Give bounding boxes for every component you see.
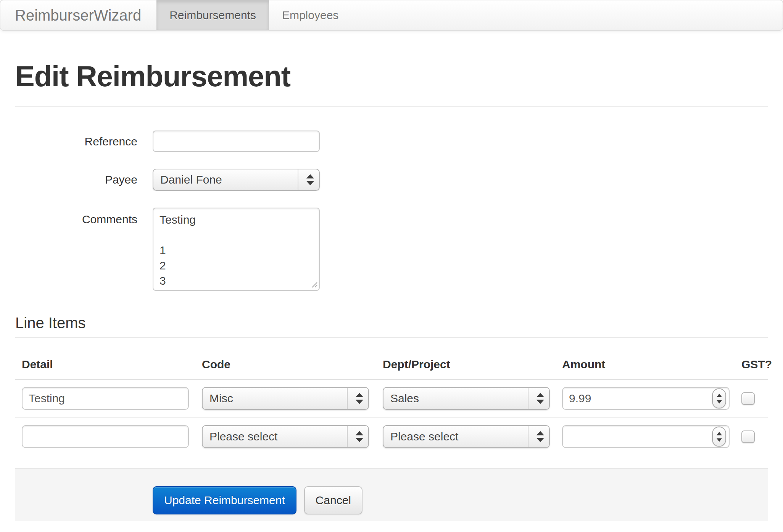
col-header-dept: Dept/Project	[376, 338, 556, 380]
update-reimbursement-button[interactable]: Update Reimbursement	[153, 486, 296, 514]
comments-group: Comments Testing 1 2 3	[15, 208, 768, 291]
line-items-table: Detail Code Dept/Project Amount GST? Mis…	[15, 338, 768, 456]
col-header-detail: Detail	[15, 338, 195, 380]
main-container: Edit Reimbursement Reference Payee Danie…	[15, 61, 768, 521]
cancel-button[interactable]: Cancel	[304, 486, 362, 514]
reimbursement-form: Reference Payee Daniel Fone Comments Tes	[15, 131, 768, 291]
col-header-gst: GST?	[735, 338, 768, 380]
select-arrows-icon	[356, 393, 363, 404]
gst-checkbox-row2[interactable]	[741, 430, 755, 443]
code-select-row1[interactable]: Misc	[202, 387, 369, 410]
line-item-row: Misc Sales	[15, 380, 768, 418]
dept-select-row2[interactable]: Please select	[383, 425, 550, 448]
number-spinner-icon[interactable]	[712, 427, 726, 447]
comments-textarea[interactable]: Testing 1 2 3	[153, 208, 320, 291]
payee-selected-value: Daniel Fone	[160, 173, 222, 186]
table-header-row: Detail Code Dept/Project Amount GST?	[15, 338, 768, 380]
line-items-heading: Line Items	[15, 314, 768, 338]
code-selected-row1: Misc	[209, 392, 233, 405]
reference-group: Reference	[15, 131, 768, 152]
form-actions-well: Update Reimbursement Cancel	[15, 468, 768, 521]
resize-grip-icon[interactable]	[311, 281, 317, 288]
comments-label: Comments	[15, 208, 137, 226]
payee-label: Payee	[15, 169, 137, 186]
nav-tab-employees[interactable]: Employees	[269, 0, 351, 30]
detail-input-row1[interactable]	[22, 387, 189, 410]
dept-select-row1[interactable]: Sales	[383, 387, 550, 410]
gst-checkbox-row1[interactable]	[741, 392, 755, 405]
col-header-code: Code	[195, 338, 376, 380]
page-title: Edit Reimbursement	[15, 61, 768, 92]
nav-tab-reimbursements[interactable]: Reimbursements	[156, 0, 269, 30]
page-header: Edit Reimbursement	[15, 61, 768, 107]
amount-input-row1[interactable]	[562, 387, 730, 410]
number-spinner-icon[interactable]	[712, 389, 726, 409]
col-header-amount: Amount	[556, 338, 735, 380]
dept-selected-row2: Please select	[390, 430, 458, 443]
code-select-row2[interactable]: Please select	[202, 425, 369, 448]
payee-select[interactable]: Daniel Fone	[153, 169, 320, 191]
select-arrows-icon	[536, 393, 544, 404]
line-item-row: Please select Please select	[15, 418, 768, 456]
payee-group: Payee Daniel Fone	[15, 169, 768, 191]
app-brand[interactable]: ReimburserWizard	[0, 0, 156, 30]
reference-input[interactable]	[153, 131, 320, 152]
select-arrows-icon	[356, 431, 363, 442]
code-selected-row2: Please select	[209, 430, 277, 443]
amount-input-row2[interactable]	[562, 425, 730, 448]
select-arrows-icon	[306, 174, 314, 185]
select-arrows-icon	[536, 431, 544, 442]
reference-label: Reference	[15, 131, 137, 148]
detail-input-row2[interactable]	[22, 425, 189, 448]
dept-selected-row1: Sales	[390, 392, 419, 405]
navbar: ReimburserWizard Reimbursements Employee…	[0, 0, 783, 31]
